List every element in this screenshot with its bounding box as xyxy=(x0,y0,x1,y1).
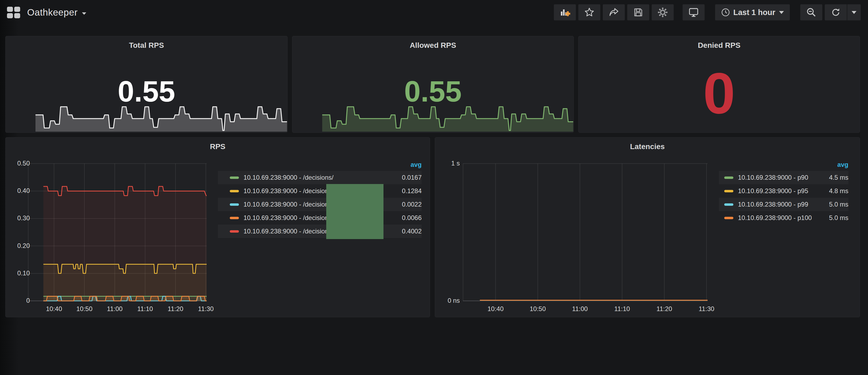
legend-series-name[interactable]: 10.10.69.238:9000 - p100 xyxy=(738,214,826,222)
grid-square xyxy=(7,7,13,12)
y-axis-tick: 0.40 xyxy=(0,187,30,194)
dashboard-title-picker[interactable]: Oathkeeper xyxy=(27,7,86,18)
rps-legend: avg10.10.69.238:9000 - /decisions/0.0167… xyxy=(218,158,422,238)
legend-color-swatch[interactable] xyxy=(230,177,239,179)
legend-avg-value: 0.4002 xyxy=(402,227,422,235)
sparkline xyxy=(35,99,287,132)
y-axis-tick: 1 s xyxy=(417,160,460,167)
panel-total-rps: Total RPS 0.55 xyxy=(5,36,287,133)
legend-row: 10.10.69.238:9000 - /decisions/0.1284 xyxy=(218,184,422,198)
legend-color-swatch[interactable] xyxy=(230,230,239,232)
zoom-out-button[interactable] xyxy=(800,4,823,21)
panel-latencies-graph: Latencies 0 ns1 s10:4010:5011:0011:1011:… xyxy=(435,137,860,317)
time-picker-button[interactable]: Last 1 hour xyxy=(715,4,790,21)
legend-series-name[interactable]: 10.10.69.238:9000 - /decisions/ xyxy=(244,174,399,181)
x-axis-tick: 11:10 xyxy=(137,305,153,313)
x-axis-tick: 11:10 xyxy=(614,305,630,313)
cycle-view-mode-button[interactable] xyxy=(682,4,705,21)
x-axis-tick: 11:20 xyxy=(168,305,183,313)
legend-row: 10.10.69.238:9000 - /decisions/0.0022 xyxy=(218,198,422,211)
save-icon xyxy=(633,7,643,18)
add-panel-icon xyxy=(559,7,570,18)
zoom-out-icon xyxy=(806,7,816,18)
y-axis-tick: 0.50 xyxy=(0,160,30,167)
x-axis-tick: 11:00 xyxy=(107,305,123,313)
legend-color-swatch[interactable] xyxy=(230,217,239,219)
legend-avg-value: 4.8 ms xyxy=(829,187,848,195)
panel-allowed-rps: Allowed RPS 0.55 xyxy=(292,36,574,133)
refresh-interval-dropdown[interactable] xyxy=(847,4,861,21)
legend-avg-header[interactable]: avg xyxy=(218,158,422,171)
legend-row: 10.10.69.238:9000 - p954.8 ms xyxy=(719,184,848,198)
panel-title[interactable]: Total RPS xyxy=(6,41,287,50)
x-axis-tick: 10:50 xyxy=(76,305,92,313)
legend-color-swatch[interactable] xyxy=(724,217,733,219)
y-axis-tick: 0 xyxy=(0,297,30,304)
panel-denied-rps: Denied RPS 0 xyxy=(578,36,860,133)
legend-avg-value: 5.0 ms xyxy=(829,214,848,222)
gear-icon xyxy=(657,7,668,18)
legend-row: 10.10.69.238:9000 - /decisions/0.0167 xyxy=(218,171,422,184)
monitor-icon xyxy=(688,7,699,18)
legend-avg-value: 0.0022 xyxy=(402,201,422,208)
x-axis-tick: 10:40 xyxy=(488,305,504,313)
y-axis-tick: 0.10 xyxy=(0,270,30,277)
legend-row: 10.10.69.238:9000 - p1005.0 ms xyxy=(719,211,848,225)
legend-avg-value: 5.0 ms xyxy=(829,201,848,208)
green-redaction-box xyxy=(326,184,383,239)
save-button[interactable] xyxy=(627,4,650,21)
chevron-down-icon xyxy=(851,11,857,14)
legend-row: 10.10.69.238:9000 - p995.0 ms xyxy=(719,198,848,211)
refresh-button[interactable] xyxy=(825,4,847,21)
x-axis-tick: 11:00 xyxy=(572,305,588,313)
legend-row: 10.10.69.238:9000 - /decisions/0.0066 xyxy=(218,211,422,225)
legend-avg-value: 0.0167 xyxy=(402,174,422,181)
settings-button[interactable] xyxy=(651,4,674,21)
clock-icon xyxy=(721,8,730,17)
chevron-down-icon xyxy=(82,12,86,15)
share-icon xyxy=(609,7,619,18)
latencies-legend: avg10.10.69.238:9000 - p904.5 ms10.10.69… xyxy=(719,158,848,225)
legend-series-name[interactable]: 10.10.69.238:9000 - p99 xyxy=(738,201,826,208)
legend-color-swatch[interactable] xyxy=(724,204,733,206)
add-panel-button[interactable] xyxy=(554,4,576,21)
share-button[interactable] xyxy=(602,4,625,21)
legend-color-swatch[interactable] xyxy=(724,177,733,179)
sparkline xyxy=(322,99,574,132)
x-axis-tick: 10:40 xyxy=(46,305,62,313)
time-range-label: Last 1 hour xyxy=(733,8,775,17)
grid-square xyxy=(7,13,13,18)
panel-title[interactable]: Allowed RPS xyxy=(292,41,574,50)
star-button[interactable] xyxy=(578,4,600,21)
x-axis-tick: 10:50 xyxy=(530,305,546,313)
dashboards-grid-icon[interactable] xyxy=(7,7,20,18)
legend-color-swatch[interactable] xyxy=(230,190,239,192)
panel-title[interactable]: Denied RPS xyxy=(579,41,860,50)
star-icon xyxy=(584,7,594,18)
x-axis-tick: 11:30 xyxy=(198,305,214,313)
legend-row: 10.10.69.238:9000 - /decisions/0.4002 xyxy=(218,225,422,238)
panel-rps-graph: RPS 00.100.200.300.400.5010:4010:5011:00… xyxy=(5,137,430,317)
legend-color-swatch[interactable] xyxy=(230,204,239,206)
legend-avg-value: 0.1284 xyxy=(402,187,422,195)
refresh-icon xyxy=(831,7,841,17)
legend-avg-header[interactable]: avg xyxy=(719,158,848,171)
legend-color-swatch[interactable] xyxy=(724,190,733,192)
chevron-down-icon xyxy=(779,11,784,14)
y-axis-tick: 0.20 xyxy=(0,242,30,250)
grid-square xyxy=(14,7,20,12)
legend-avg-value: 0.0066 xyxy=(402,214,422,222)
y-axis-tick: 0 ns xyxy=(417,297,460,304)
dashboard-title: Oathkeeper xyxy=(27,7,78,18)
grid-square xyxy=(14,13,20,18)
legend-series-name[interactable]: 10.10.69.238:9000 - p95 xyxy=(738,187,826,195)
legend-series-name[interactable]: 10.10.69.238:9000 - p90 xyxy=(738,174,826,181)
dashboard-header: Oathkeeper xyxy=(0,0,868,25)
x-axis-tick: 11:30 xyxy=(699,305,714,313)
stat-value: 0 xyxy=(703,64,735,122)
legend-row: 10.10.69.238:9000 - p904.5 ms xyxy=(719,171,848,184)
legend-avg-value: 4.5 ms xyxy=(829,174,848,181)
y-axis-tick: 0.30 xyxy=(0,214,30,222)
x-axis-tick: 11:20 xyxy=(656,305,672,313)
